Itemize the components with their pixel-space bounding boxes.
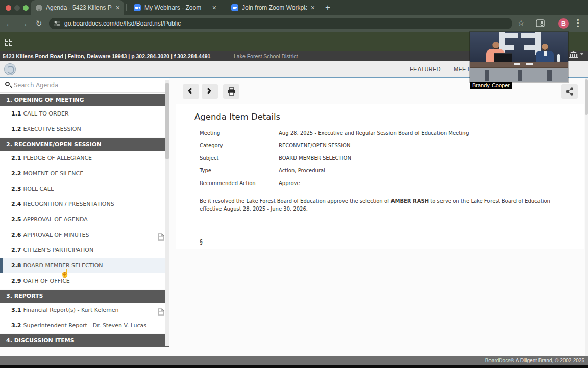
- person-left-head: [492, 42, 499, 49]
- section-symbol: §: [200, 238, 203, 245]
- boarddocs-link[interactable]: BoardDocs: [485, 358, 510, 363]
- tab-title: My Webinars - Zoom: [144, 4, 201, 11]
- detail-field-row: SubjectBOARD MEMBER SELECTION: [200, 152, 469, 165]
- agenda-item-3.2[interactable]: 3.2Superintendent Report - Dr. Steven V.…: [0, 318, 169, 333]
- browser-toolbar: ← → ↻ go.boarddocs.com/de/lfsd/Board.nsf…: [0, 15, 588, 32]
- caret-down-icon[interactable]: [580, 53, 584, 55]
- agenda-section-header[interactable]: 1. OPENING OF MEETING: [0, 94, 169, 106]
- tab-title: Agenda - 5423 Killens Pond: [46, 4, 112, 11]
- agenda-item-2.7[interactable]: 2.7CITIZEN'S PARTICIPATION: [0, 243, 169, 258]
- mouse-cursor: ☝: [60, 269, 70, 278]
- tab-close-icon[interactable]: ×: [311, 4, 315, 11]
- table-leg: [547, 70, 552, 81]
- tab-my-webinars[interactable]: My Webinars - Zoom ×: [129, 0, 220, 15]
- water-bottle: [557, 54, 560, 62]
- agenda-item-number: 2.4: [11, 201, 21, 208]
- browser-menu-icon[interactable]: •••: [577, 19, 579, 28]
- chevron-right-icon: [205, 88, 211, 94]
- agenda-item-number: 1.2: [11, 126, 21, 132]
- agenda-section-header[interactable]: 4. DISCUSSION ITEMS: [0, 334, 169, 347]
- detail-field-row: MeetingAug 28, 2025 - Executive and Regu…: [200, 127, 469, 140]
- detail-fields: MeetingAug 28, 2025 - Executive and Regu…: [200, 127, 469, 190]
- back-icon[interactable]: ←: [4, 18, 15, 29]
- page-scrollbar-thumb[interactable]: [585, 79, 588, 115]
- agenda-item-2.2[interactable]: 2.2MOMENT OF SILENCE: [0, 166, 169, 181]
- tree-favicon-icon: [36, 5, 42, 11]
- tab-close-icon[interactable]: ×: [212, 4, 216, 11]
- agenda-item-number: 3.2: [11, 322, 21, 329]
- agenda-item-label: EXECUTIVE SESSION: [23, 126, 81, 132]
- district-name: Lake Forest School District: [234, 51, 298, 61]
- agenda-item-number: 2.7: [11, 247, 21, 254]
- bookmark-star-icon[interactable]: ☆: [518, 18, 524, 28]
- previous-item-button[interactable]: [183, 84, 199, 99]
- site-settings-icon[interactable]: [54, 20, 61, 27]
- search-tabs-icon[interactable]: [536, 19, 546, 28]
- tab-close-icon[interactable]: ×: [116, 4, 120, 11]
- district-logo[interactable]: [4, 63, 16, 75]
- forward-icon[interactable]: →: [18, 18, 30, 29]
- field-value: BOARD MEMBER SELECTION: [279, 155, 351, 161]
- close-window-button[interactable]: [6, 5, 11, 11]
- agenda-item-number: 2.2: [11, 170, 21, 177]
- agenda-item-label: CALL TO ORDER: [23, 110, 69, 117]
- agenda-item-1.2[interactable]: 1.2EXECUTIVE SESSION: [0, 122, 169, 137]
- agenda-item-2.9[interactable]: 2.9OATH OF OFFICE: [0, 273, 169, 289]
- next-item-button[interactable]: [202, 84, 218, 99]
- wall-monogram: [499, 33, 518, 38]
- district-address: 5423 Killens Pond Road | Felton, Delawar…: [3, 51, 210, 61]
- agenda-item-number: 2.6: [11, 232, 21, 238]
- agenda-item-2.5[interactable]: 2.5APPROVAL OF AGENDA: [0, 212, 169, 227]
- agenda-item-2.1[interactable]: 2.1PLEDGE OF ALLEGIANCE: [0, 151, 169, 166]
- tab-agenda[interactable]: Agenda - 5423 Killens Pond ×: [31, 0, 124, 15]
- search-icon: [5, 82, 10, 86]
- field-value: RECONVENE/OPEN SESSION: [279, 143, 350, 148]
- address-bar[interactable]: go.boarddocs.com/de/lfsd/Board.nsf/Publi…: [49, 18, 512, 29]
- share-button[interactable]: [561, 84, 578, 99]
- profile-avatar[interactable]: B: [558, 18, 569, 29]
- tab-separator: [224, 4, 224, 11]
- new-tab-button[interactable]: +: [325, 2, 330, 13]
- agenda-item-details-panel: Agenda Item Details MeetingAug 28, 2025 …: [176, 104, 584, 249]
- agenda-item-2.4[interactable]: 2.4RECOGNITION / PRESENTATIONS: [0, 197, 169, 212]
- meeting-video-overlay[interactable]: [470, 32, 568, 82]
- agenda-item-label: RECOGNITION / PRESENTATIONS: [23, 201, 114, 208]
- agenda-item-2.3[interactable]: 2.3ROLL CALL: [0, 181, 169, 197]
- nav-featured[interactable]: FEATURED: [410, 61, 441, 77]
- agenda-section-header[interactable]: 2. RECONVENE/OPEN SESSION: [0, 138, 169, 151]
- agenda-item-1.1[interactable]: 1.1CALL TO ORDER: [0, 106, 169, 122]
- field-value: Approve: [279, 180, 300, 186]
- agenda-item-2.8[interactable]: 2.8BOARD MEMBER SELECTION: [0, 258, 169, 273]
- search-input[interactable]: [14, 78, 146, 92]
- field-value: Aug 28, 2025 - Executive and Regular Ses…: [279, 130, 469, 136]
- agenda-section-header[interactable]: 3. REPORTS: [0, 290, 169, 303]
- agenda-item-label: Financial Report(s) - Kurt Kelemen: [23, 307, 119, 313]
- reload-icon[interactable]: ↻: [33, 18, 44, 29]
- agenda-sidebar: 1. OPENING OF MEETING1.1CALL TO ORDER1.2…: [0, 78, 169, 347]
- tab-join-zoom[interactable]: Join from Zoom Workplace a ×: [226, 0, 319, 15]
- zoom-favicon-icon: [231, 4, 238, 11]
- browser-window: Agenda - 5423 Killens Pond × My Webinars…: [0, 0, 588, 368]
- print-button[interactable]: [223, 84, 239, 99]
- zoom-favicon-icon: [134, 4, 141, 11]
- apps-grid-icon[interactable]: [5, 39, 13, 47]
- agenda-item-2.6[interactable]: 2.6APPROVAL OF MINUTES: [0, 227, 169, 243]
- agenda-item-3.1[interactable]: 3.1Financial Report(s) - Kurt Kelemen: [0, 303, 169, 318]
- search-row: [0, 78, 169, 93]
- agenda-item-number: 1.1: [11, 110, 21, 117]
- zoom-window-button[interactable]: [23, 5, 29, 11]
- institution-icon[interactable]: [569, 51, 578, 58]
- footer-copyright: ® A Diligent Brand, © 2002-2025: [510, 358, 584, 363]
- panel-title: Agenda Item Details: [194, 112, 280, 122]
- page-scrollbar-track[interactable]: [585, 78, 588, 356]
- field-label: Meeting: [200, 130, 279, 136]
- bottom-black-strip: [0, 365, 588, 368]
- minimize-window-button[interactable]: [14, 5, 20, 11]
- agenda-item-number: 2.9: [11, 278, 21, 284]
- field-label: Recommended Action: [200, 180, 279, 186]
- sidebar-scrollbar-thumb[interactable]: [165, 83, 169, 159]
- agenda-item-label: Superintendent Report - Dr. Steven V. Lu…: [23, 322, 147, 329]
- tab-separator: [126, 4, 127, 11]
- field-label: Type: [200, 168, 279, 173]
- agenda-item-label: ROLL CALL: [23, 186, 54, 192]
